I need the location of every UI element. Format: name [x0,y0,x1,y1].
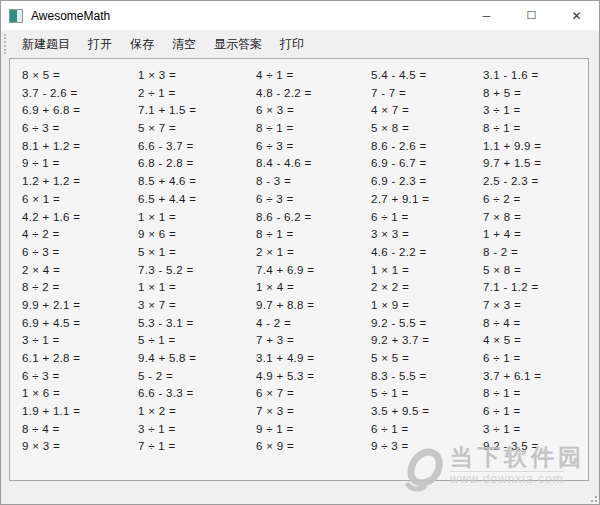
problem-cell: 7.1 - 1.2 = [483,279,588,297]
problem-cell: 1.2 + 1.2 = [22,173,138,191]
problem-cell: 7 × 3 = [256,403,371,421]
toolbar-button-5[interactable]: 显示答案 [205,33,271,56]
toolbar-buttons: 新建题目打开保存清空显示答案打印 [13,33,313,56]
problem-cell: 6 ÷ 2 = [483,191,588,209]
problem-cell: 5 × 8 = [483,262,588,280]
problem-cell: 8.1 + 1.2 = [22,138,138,156]
window-titlebar[interactable]: AwesomeMath ─☐✕ [1,1,599,30]
problem-cell: 8 ÷ 2 = [22,279,138,297]
problem-cell: 6.9 - 2.3 = [371,173,483,191]
problem-cell: 5.4 - 4.5 = [371,67,483,85]
problem-cell: 9.9 + 2.1 = [22,297,138,315]
problems-column-2: 1 × 3 =2 ÷ 1 =7.1 + 1.5 =5 × 7 =6.6 - 3.… [138,67,256,456]
problem-cell: 8 - 3 = [256,173,371,191]
problem-cell: 7.4 + 6.9 = [256,262,371,280]
problem-cell: 9.2 - 3.5 = [483,438,588,456]
problem-cell: 1.1 + 9.9 = [483,138,588,156]
problem-cell: 6.9 + 6.8 = [22,102,138,120]
problem-cell: 5 - 2 = [138,368,256,386]
problem-cell: 3 ÷ 1 = [483,421,588,439]
problem-cell: 6 ÷ 3 = [22,120,138,138]
close-icon: ✕ [571,9,581,23]
problem-cell: 7 ÷ 1 = [138,438,256,456]
problem-cell: 5.3 - 3.1 = [138,315,256,333]
problem-cell: 9.2 + 3.7 = [371,332,483,350]
toolbar-gripper-icon [4,34,6,54]
problem-cell: 1 × 1 = [138,279,256,297]
problem-cell: 8.6 - 6.2 = [256,209,371,227]
problem-cell: 3 ÷ 1 = [138,421,256,439]
problem-cell: 5 × 7 = [138,120,256,138]
minimize-button[interactable]: ─ [464,1,509,30]
toolbar-button-2[interactable]: 打开 [79,33,121,56]
problem-cell: 3.1 - 1.6 = [483,67,588,85]
problem-cell: 1 + 4 = [483,226,588,244]
problem-cell: 6 ÷ 3 = [256,138,371,156]
problem-cell: 1 × 1 = [371,262,483,280]
problem-cell: 4 × 7 = [371,102,483,120]
problem-cell: 8 ÷ 1 = [256,120,371,138]
problem-cell: 6.9 + 4.5 = [22,315,138,333]
problem-cell: 6 × 1 = [22,191,138,209]
problem-cell: 7.1 + 1.5 = [138,102,256,120]
problem-cell: 7 × 8 = [483,209,588,227]
problem-cell: 6 ÷ 3 = [256,191,371,209]
problem-cell: 4.9 + 5.3 = [256,368,371,386]
problem-cell: 8 + 5 = [483,85,588,103]
problem-cell: 6 ÷ 1 = [483,403,588,421]
problem-cell: 6 ÷ 1 = [371,209,483,227]
problem-cell: 9 × 6 = [138,226,256,244]
problem-cell: 8.4 - 4.6 = [256,155,371,173]
problem-cell: 5 × 1 = [138,244,256,262]
problem-cell: 2 × 4 = [22,262,138,280]
problems-column-5: 3.1 - 1.6 =8 + 5 =3 ÷ 1 =8 ÷ 1 =1.1 + 9.… [483,67,588,456]
problem-cell: 7.3 - 5.2 = [138,262,256,280]
problems-column-3: 4 ÷ 1 =4.8 - 2.2 =6 × 3 =8 ÷ 1 =6 ÷ 3 =8… [256,67,371,456]
problems-column-4: 5.4 - 4.5 =7 - 7 =4 × 7 =5 × 8 =8.6 - 2.… [371,67,483,456]
problems-column-1: 8 × 5 =3.7 - 2.6 =6.9 + 6.8 =6 ÷ 3 =8.1 … [22,67,138,456]
problem-cell: 2 × 1 = [256,244,371,262]
problem-cell: 8 ÷ 4 = [483,315,588,333]
problems-panel: 8 × 5 =3.7 - 2.6 =6.9 + 6.8 =6 ÷ 3 =8.1 … [9,58,589,481]
problem-cell: 7 - 7 = [371,85,483,103]
toolbar-button-3[interactable]: 保存 [121,33,163,56]
problem-cell: 1 × 2 = [138,403,256,421]
problem-cell: 5 ÷ 1 = [371,385,483,403]
problem-cell: 9.7 + 1.5 = [483,155,588,173]
toolbar-button-1[interactable]: 新建题目 [13,33,79,56]
problem-cell: 3 ÷ 1 = [22,332,138,350]
problem-cell: 4.6 - 2.2 = [371,244,483,262]
problem-cell: 9.7 + 8.8 = [256,297,371,315]
close-button[interactable]: ✕ [554,1,599,30]
resize-grip[interactable] [587,492,597,502]
problem-cell: 4.8 - 2.2 = [256,85,371,103]
problem-cell: 1 × 6 = [22,385,138,403]
problem-cell: 8 ÷ 1 = [256,226,371,244]
problem-cell: 5 × 8 = [371,120,483,138]
problem-cell: 6.6 - 3.7 = [138,138,256,156]
toolbar-button-6[interactable]: 打印 [271,33,313,56]
problem-cell: 1 × 4 = [256,279,371,297]
problem-cell: 4 - 2 = [256,315,371,333]
problem-cell: 9.4 + 5.8 = [138,350,256,368]
problem-cell: 9 ÷ 1 = [256,421,371,439]
app-icon [9,9,23,23]
window-title: AwesomeMath [31,9,110,23]
problem-cell: 3.7 - 2.6 = [22,85,138,103]
maximize-icon: ☐ [527,9,537,22]
problem-cell: 3.7 + 6.1 = [483,368,588,386]
problem-cell: 6 × 3 = [256,102,371,120]
toolbar-button-4[interactable]: 清空 [163,33,205,56]
problem-cell: 9.2 - 5.5 = [371,315,483,333]
toolbar: 新建题目打开保存清空显示答案打印 [1,30,599,58]
problem-cell: 1.9 + 1.1 = [22,403,138,421]
problem-cell: 7 × 3 = [483,297,588,315]
problem-cell: 8 ÷ 1 = [483,385,588,403]
problem-cell: 4.2 + 1.6 = [22,209,138,227]
problem-cell: 8.6 - 2.6 = [371,138,483,156]
problem-cell: 6.5 + 4.4 = [138,191,256,209]
problem-cell: 3 ÷ 1 = [483,102,588,120]
problem-cell: 4 ÷ 1 = [256,67,371,85]
maximize-button[interactable]: ☐ [509,1,554,30]
problems-grid: 8 × 5 =3.7 - 2.6 =6.9 + 6.8 =6 ÷ 3 =8.1 … [10,59,588,456]
